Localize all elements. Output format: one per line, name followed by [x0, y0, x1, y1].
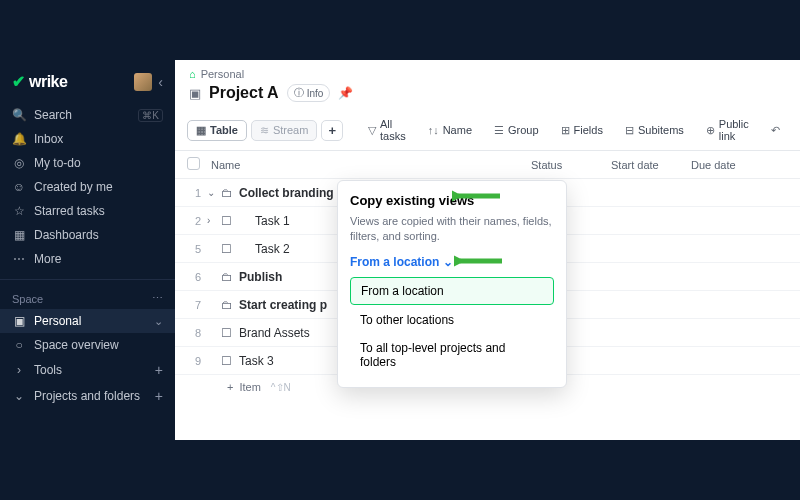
nav-label: Projects and folders	[34, 389, 140, 403]
view-table-button[interactable]: ▦Table	[187, 120, 247, 141]
bell-icon: 🔔	[12, 132, 26, 146]
nav-label: Starred tasks	[34, 204, 105, 218]
col-due[interactable]: Due date	[691, 159, 771, 171]
project-icon: ▣	[189, 86, 201, 101]
nav-label: Inbox	[34, 132, 63, 146]
popover-options: From a locationTo other locationsTo all …	[350, 277, 554, 375]
avatar[interactable]	[134, 73, 152, 91]
nav-label: Created by me	[34, 180, 113, 194]
space-header-label: Space	[12, 293, 43, 305]
divider	[0, 279, 175, 280]
plus-icon: +	[227, 381, 233, 393]
dashboard-icon: ▦	[12, 228, 26, 242]
new-item-label: Item	[239, 381, 260, 393]
expand-icon[interactable]: ⌄	[207, 187, 221, 198]
copy-views-popover: Copy existing views Views are copied wit…	[337, 180, 567, 388]
brand-name: wrike	[29, 73, 67, 91]
popover-link-label: From a location	[350, 255, 439, 269]
wrike-logo-icon: ✔	[12, 72, 25, 91]
col-name[interactable]: Name	[211, 159, 531, 171]
nav-mytodo[interactable]: ◎ My to-do	[0, 151, 175, 175]
chevron-down-icon: ⌄	[154, 315, 163, 328]
breadcrumb[interactable]: ⌂ Personal	[175, 60, 800, 82]
star-icon: ☆	[12, 204, 26, 218]
crumb-label: Personal	[201, 68, 244, 80]
nav-label: Space overview	[34, 338, 119, 352]
chevron-right-icon: ›	[12, 363, 26, 377]
tb-label: Name	[443, 124, 472, 136]
tb-label: Stream	[273, 124, 308, 136]
nav-label: Search	[34, 108, 72, 122]
table-header: Name Status Start date Due date	[175, 151, 800, 179]
nav-label: My to-do	[34, 156, 81, 170]
popover-option[interactable]: To other locations	[350, 307, 554, 333]
space-icon: ▣	[12, 314, 26, 328]
undo-icon: ↶	[771, 124, 780, 137]
expand-icon[interactable]: ›	[207, 215, 221, 226]
space-projects[interactable]: ⌄ Projects and folders +	[0, 383, 175, 409]
nav-label: Dashboards	[34, 228, 99, 242]
popover-option[interactable]: To all top-level projects and folders	[350, 335, 554, 375]
space-overview[interactable]: ○ Space overview	[0, 333, 175, 357]
undo-button[interactable]: ↶	[762, 120, 789, 141]
row-index: 7	[187, 299, 207, 311]
annotation-arrow-icon	[454, 253, 504, 269]
nav-label: Tools	[34, 363, 62, 377]
nav-starred[interactable]: ☆ Starred tasks	[0, 199, 175, 223]
more-icon: ⋯	[12, 252, 26, 266]
chevron-down-icon: ⌄	[443, 255, 453, 269]
info-icon: ⓘ	[294, 86, 304, 100]
nav-dashboards[interactable]: ▦ Dashboards	[0, 223, 175, 247]
chevron-down-icon: ⌄	[12, 389, 26, 403]
view-stream-button[interactable]: ≋Stream	[251, 120, 317, 141]
annotation-arrow-icon	[452, 188, 502, 204]
task-icon: ☐	[221, 242, 239, 256]
add-view-button[interactable]: +	[321, 120, 343, 141]
tb-label: All tasks	[380, 118, 406, 142]
fields-button[interactable]: ⊞Fields	[552, 120, 612, 141]
pin-icon[interactable]: 📌	[338, 86, 353, 100]
subitems-icon: ⊟	[625, 124, 634, 137]
nav-inbox[interactable]: 🔔 Inbox	[0, 127, 175, 151]
tb-label: Subitems	[638, 124, 684, 136]
title-row: ▣ Project A ⓘInfo 📌	[175, 82, 800, 110]
nav-label: More	[34, 252, 61, 266]
redo-button[interactable]: ↷	[793, 120, 800, 141]
space-personal[interactable]: ▣ Personal ⌄	[0, 309, 175, 333]
popover-option[interactable]: From a location	[350, 277, 554, 305]
row-index: 5	[187, 243, 207, 255]
collapse-sidebar-icon[interactable]: ‹	[158, 74, 163, 90]
task-icon: ☐	[221, 214, 239, 228]
group-button[interactable]: ☰Group	[485, 120, 548, 141]
select-all-checkbox[interactable]	[187, 157, 200, 170]
tb-label: Fields	[574, 124, 603, 136]
add-project-icon[interactable]: +	[155, 388, 163, 404]
table-icon: ▦	[196, 124, 206, 137]
tb-label: Public link	[719, 118, 749, 142]
col-start[interactable]: Start date	[611, 159, 691, 171]
add-tool-icon[interactable]: +	[155, 362, 163, 378]
filter-button[interactable]: ▽All tasks	[359, 114, 415, 146]
sort-icon: ↑↓	[428, 124, 439, 136]
search-kbd: ⌘K	[138, 109, 163, 122]
filter-icon: ▽	[368, 124, 376, 137]
row-index: 9	[187, 355, 207, 367]
info-pill[interactable]: ⓘInfo	[287, 84, 331, 102]
popover-desc: Views are copied with their names, field…	[350, 214, 554, 245]
stream-icon: ≋	[260, 124, 269, 137]
task-icon: ☐	[221, 326, 239, 340]
public-link-button[interactable]: ⊕Public link	[697, 114, 758, 146]
nav-created[interactable]: ☺ Created by me	[0, 175, 175, 199]
task-icon: ☐	[221, 354, 239, 368]
search-icon: 🔍	[12, 108, 26, 122]
nav-search[interactable]: 🔍 Search ⌘K	[0, 103, 175, 127]
space-tools[interactable]: › Tools +	[0, 357, 175, 383]
subitems-button[interactable]: ⊟Subitems	[616, 120, 693, 141]
nav-label: Personal	[34, 314, 81, 328]
row-index: 2	[187, 215, 207, 227]
popover-location-dropdown[interactable]: From a location ⌄	[350, 255, 453, 269]
space-more-icon[interactable]: ⋯	[152, 292, 163, 305]
nav-more[interactable]: ⋯ More	[0, 247, 175, 271]
col-status[interactable]: Status	[531, 159, 611, 171]
sort-button[interactable]: ↑↓Name	[419, 120, 481, 140]
